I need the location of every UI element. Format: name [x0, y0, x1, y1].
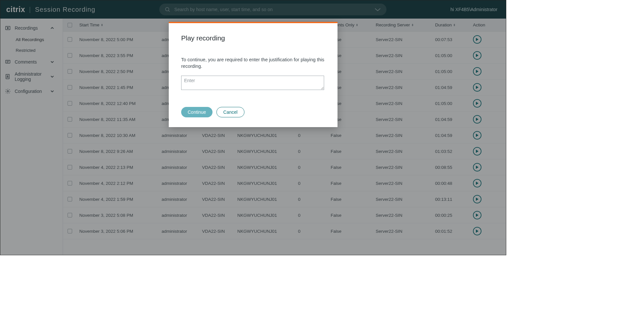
continue-button[interactable]: Continue	[181, 107, 212, 117]
cancel-button[interactable]: Cancel	[216, 107, 244, 117]
modal-overlay: Play recording To continue, you are requ…	[0, 0, 506, 255]
modal-message: To continue, you are required to enter t…	[181, 56, 325, 70]
modal-title: Play recording	[181, 34, 325, 42]
justification-input[interactable]	[181, 76, 324, 90]
play-recording-modal: Play recording To continue, you are requ…	[169, 22, 338, 127]
